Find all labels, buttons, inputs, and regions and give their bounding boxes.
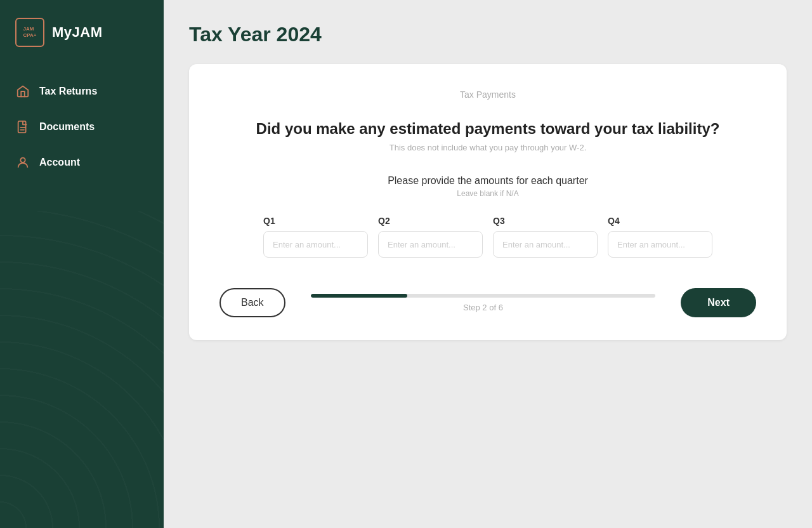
- quarters-hint: Leave blank if N/A: [219, 189, 756, 198]
- quarter-group-q1: Q1: [263, 216, 368, 258]
- logo-lines: JAMCPA+: [23, 26, 37, 38]
- quarter-group-q3: Q3: [493, 216, 598, 258]
- quarter-group-q4: Q4: [608, 216, 712, 258]
- sidebar-item-label-tax-returns: Tax Returns: [39, 86, 97, 97]
- page-title: Tax Year 2024: [189, 23, 787, 46]
- quarter-input-q1[interactable]: [263, 231, 368, 258]
- main-content: Tax Year 2024 Tax Payments Did you make …: [164, 0, 812, 528]
- sidebar-item-account[interactable]: Account: [0, 146, 164, 179]
- card-footer: Back Step 2 of 6 Next: [219, 288, 756, 317]
- sidebar-item-tax-returns[interactable]: Tax Returns: [0, 75, 164, 108]
- quarter-input-q4[interactable]: [608, 231, 712, 258]
- quarter-label-q1: Q1: [263, 216, 368, 226]
- question-subtitle: This does not include what you pay throu…: [219, 143, 756, 152]
- sidebar-item-label-account: Account: [39, 157, 80, 168]
- back-button[interactable]: Back: [219, 288, 285, 317]
- quarter-label-q3: Q3: [493, 216, 598, 226]
- document-icon: [15, 119, 30, 135]
- app-name: MyJAM: [52, 24, 103, 41]
- quarter-group-q2: Q2: [378, 216, 483, 258]
- sidebar-nav: Tax Returns Documents Acco: [0, 65, 164, 189]
- question-title: Did you make any estimated payments towa…: [219, 120, 756, 138]
- card-section-title: Tax Payments: [219, 89, 756, 100]
- quarter-input-q3[interactable]: [493, 231, 598, 258]
- sidebar-item-documents[interactable]: Documents: [0, 110, 164, 143]
- next-button[interactable]: Next: [681, 288, 756, 317]
- logo-box: JAMCPA+: [15, 18, 44, 47]
- sidebar-bg-pattern: [0, 211, 164, 528]
- sidebar-logo: JAMCPA+ MyJAM: [0, 0, 164, 65]
- quarters-row: Q1 Q2 Q3 Q4: [219, 216, 756, 258]
- quarter-label-q2: Q2: [378, 216, 483, 226]
- progress-bar-container: [311, 294, 656, 298]
- quarters-heading: Please provide the amounts for each quar…: [219, 175, 756, 187]
- progress-section: Step 2 of 6: [285, 294, 681, 312]
- quarter-label-q4: Q4: [608, 216, 712, 226]
- account-icon: [15, 155, 30, 170]
- tax-payments-card: Tax Payments Did you make any estimated …: [189, 64, 787, 340]
- sidebar: JAMCPA+ MyJAM Tax Returns: [0, 0, 164, 528]
- home-icon: [15, 84, 30, 99]
- progress-label: Step 2 of 6: [463, 303, 503, 312]
- svg-point-3: [20, 158, 25, 162]
- quarter-input-q2[interactable]: [378, 231, 483, 258]
- progress-bar-fill: [311, 294, 407, 298]
- sidebar-item-label-documents: Documents: [39, 121, 95, 133]
